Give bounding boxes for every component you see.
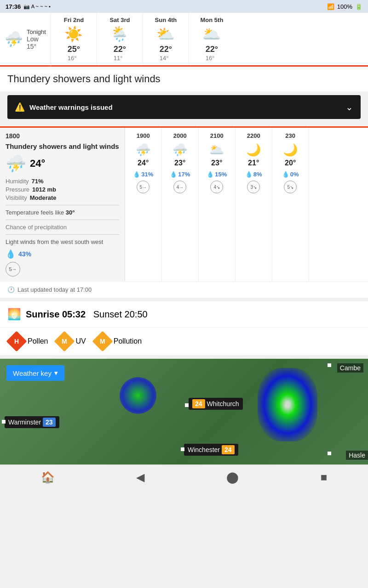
whitchurch-temp: 24: [192, 399, 205, 408]
cambe-location: Cambe: [337, 363, 363, 373]
hour-230[interactable]: 230 🌙 20° 💧 0% 5↘: [272, 128, 309, 281]
rain-icon-2200: 💧: [245, 171, 253, 178]
winchester-location: Winchester 24: [184, 444, 238, 456]
day-low-mon: 16°: [206, 55, 215, 62]
winchester-dot: [181, 447, 184, 451]
rain-icon-2100: 💧: [207, 171, 214, 178]
main-description: Thundery showers and light winds: [0, 67, 368, 91]
hour-time-2200: 2200: [247, 132, 260, 139]
sun-row: 🌅 Sunrise 05:32 Sunset 20:50: [0, 301, 368, 327]
hour-time-1900: 1900: [137, 132, 150, 139]
hour-precip-2100: 💧 15%: [207, 171, 227, 178]
hour-2100[interactable]: 2100 🌥️ 23° 💧 15% 4↘: [199, 128, 236, 281]
forecast-day-mon[interactable]: Mon 5th 🌥️ 22° 16°: [189, 13, 235, 65]
hour-temp-2100: 23°: [211, 159, 222, 167]
clock-icon: 🕐: [7, 286, 15, 293]
feels-like-row: Temperature feels like 30°: [6, 209, 119, 216]
humidity-row: Humidity 71%: [6, 178, 119, 185]
last-updated-text: Last updated today at 17:00: [17, 286, 92, 293]
hasle-location: Hasle: [346, 451, 368, 460]
hour-wind-2000: 4→: [173, 181, 186, 193]
hour-icon-2200: 🌙: [246, 143, 261, 157]
hour-time-2000: 2000: [173, 132, 187, 139]
weather-key-button[interactable]: Weather key ▾: [6, 365, 64, 381]
home-circle-button[interactable]: ⬤: [226, 471, 239, 484]
hour-2000[interactable]: 2000 ⛈️ 23° 💧 17% 4→: [162, 128, 199, 281]
whitchurch-location: 24 Whitchurch: [189, 398, 243, 410]
forecast-tonight[interactable]: ⛈️ Tonight Low15°: [0, 13, 51, 65]
radar-blob-right: [258, 368, 317, 441]
day-icon-mon: 🌥️: [202, 25, 221, 43]
status-right: 📶 100% 🔋: [327, 3, 362, 10]
precip-icon-row: 💧 43%: [6, 249, 119, 259]
day-label-mon: Mon 5th: [201, 17, 224, 23]
forecast-day-sat[interactable]: Sat 3rd 🌦️ 22° 11°: [97, 13, 143, 65]
selected-weather-icon: ⛈️: [6, 154, 26, 173]
back-button[interactable]: ◀: [136, 471, 144, 484]
hourly-container: 1800 Thundery showers and light winds ⛈️…: [0, 126, 368, 281]
whitchurch-dot: [185, 403, 189, 407]
hour-time-2100: 2100: [210, 132, 224, 139]
env-row: H Pollen M UV M Pollution: [0, 327, 368, 355]
last-updated: 🕐 Last updated today at 17:00: [0, 281, 368, 298]
day-temps-fri: 25° 16°: [68, 45, 80, 62]
uv-label: UV: [75, 337, 86, 345]
day-low-sat: 11°: [114, 55, 123, 62]
pollen-label: Pollen: [28, 337, 48, 345]
hour-wind-2100: 4↘: [210, 181, 223, 193]
selected-hour-condition: Thundery showers and light winds: [6, 142, 119, 150]
warning-bar[interactable]: ⚠️ Weather warnings issued ⌄: [7, 95, 361, 119]
hour-icon-230: 🌙: [283, 143, 298, 157]
hour-temp-230: 20°: [285, 159, 296, 167]
tonight-label: Tonight: [27, 28, 46, 35]
day-label-sun: Sun 4th: [155, 17, 177, 23]
rain-drop-icon: 💧: [6, 249, 16, 259]
day-high-fri: 25°: [68, 45, 80, 54]
day-low-fri: 16°: [68, 55, 77, 62]
rain-icon-2000: 💧: [170, 171, 177, 178]
map-section[interactable]: Cambe Weather key ▾ 24 Whitchurch Warmin…: [0, 359, 368, 464]
forecast-strip: ⛈️ Tonight Low15° Fri 2nd ☀️ 25° 16° Sat…: [0, 13, 368, 67]
selected-hour-time: 1800: [6, 132, 119, 140]
hour-icon-2100: 🌥️: [209, 143, 224, 157]
hour-precip-2200: 💧 8%: [245, 171, 262, 178]
rain-icon: 💧: [133, 171, 140, 178]
selected-temp: 24°: [30, 158, 45, 170]
day-temps-sun: 22° 14°: [160, 45, 172, 62]
hour-precip-2000: 💧 17%: [170, 171, 190, 178]
home-button[interactable]: 🏠: [41, 471, 55, 484]
radar-blob-left: [120, 377, 156, 414]
warminster-location: Warminster 23: [5, 416, 59, 428]
day-icon-sat: 🌦️: [110, 25, 129, 43]
hour-2200[interactable]: 2200 🌙 21° 💧 8% 3↘: [236, 128, 272, 281]
time: 17:36: [6, 3, 21, 10]
uv-item: M UV: [57, 334, 86, 349]
day-high-mon: 22°: [206, 45, 218, 54]
hour-precip-1900: 💧 31%: [133, 171, 153, 178]
selected-icon-temp: ⛈️ 24°: [6, 154, 119, 173]
day-icon-sun: ⛅: [156, 25, 175, 43]
hour-wind-2200: 3↘: [247, 181, 260, 193]
bottom-nav: 🏠 ◀ ⬤ ■: [0, 464, 368, 489]
weather-key-label: Weather key: [13, 369, 52, 377]
hour-1900[interactable]: 1900 ⛈️ 24° 💧 31% 5→: [125, 128, 162, 281]
warminster-dot: [2, 420, 6, 424]
hour-time-230: 230: [285, 132, 295, 139]
forecast-day-sun[interactable]: Sun 4th ⛅ 22° 14°: [143, 13, 189, 65]
warning-text: Weather warnings issued: [29, 103, 113, 111]
selected-hour-detail: 1800 Thundery showers and light winds ⛈️…: [0, 128, 125, 281]
hour-temp-2000: 23°: [174, 159, 185, 167]
wind-description: Light winds from the west south west: [6, 238, 119, 245]
day-low-sun: 14°: [160, 55, 169, 62]
forecast-day-fri[interactable]: Fri 2nd ☀️ 25° 16°: [51, 13, 97, 67]
recent-apps-button[interactable]: ■: [321, 471, 328, 484]
wifi-icon: 📶: [327, 3, 334, 10]
sunrise-icon: 🌅: [7, 308, 21, 321]
pollen-badge: H: [6, 331, 27, 351]
warning-triangle-icon: ⚠️: [15, 102, 25, 112]
hour-temp-2200: 21°: [248, 159, 259, 167]
precip-label: Chance of precipitation: [6, 224, 119, 231]
day-high-sat: 22°: [114, 45, 126, 54]
pollution-item: M Pollution: [95, 334, 142, 349]
notification-icons: 📷 A ~ ~ ~ •: [23, 4, 51, 10]
